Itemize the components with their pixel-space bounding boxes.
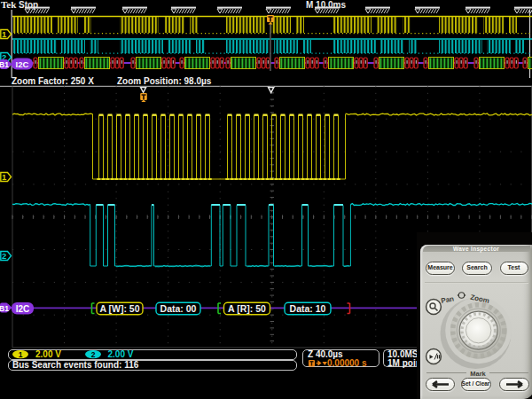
svg-text:Pan: Pan [440,294,454,305]
svg-text:2.00 V: 2.00 V [35,349,61,359]
svg-text:1: 1 [19,350,23,359]
svg-text:Mark: Mark [470,370,486,378]
svg-text:2: 2 [91,350,96,359]
svg-text:Z 40.0µs: Z 40.0µs [308,349,343,359]
svg-text:Bus Search events found: 116: Bus Search events found: 116 [12,360,139,370]
svg-text:2.00 V: 2.00 V [108,349,134,359]
svg-text:0.00000 s: 0.00000 s [327,358,367,368]
